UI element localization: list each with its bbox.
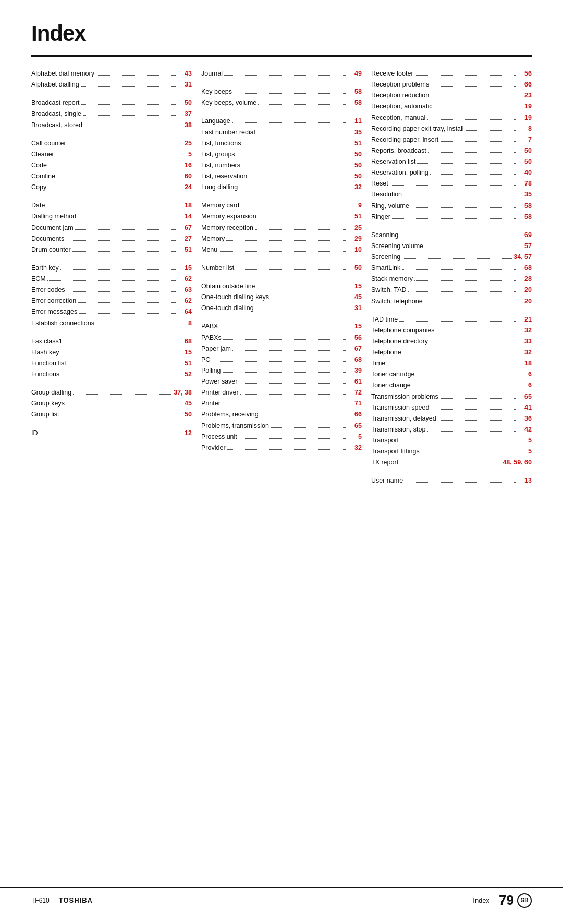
spacer (31, 329, 192, 337)
entry-label: Switch, TAD (371, 285, 407, 294)
entry-label: Problems, receiving (201, 410, 259, 419)
entry-page: 50 (347, 263, 362, 273)
entry-dots (271, 427, 346, 428)
entry-label: Telephone directory (371, 337, 428, 346)
entry-label: List, reservation (201, 171, 247, 181)
entry-page: 71 (347, 399, 362, 408)
entry-dots (46, 207, 176, 207)
entry-page: 28 (517, 274, 532, 284)
entry-label: Group list (31, 410, 59, 419)
entry-label: Document jam (31, 223, 74, 232)
list-item: Key beeps58 (201, 87, 362, 96)
entry-page: 5 (517, 436, 532, 445)
entry-label: Telephone companies (371, 326, 435, 335)
entry-dots (412, 387, 516, 387)
entry-dots (399, 321, 516, 322)
list-item: Flash key15 (31, 348, 192, 357)
list-item: ID12 (31, 428, 192, 438)
entry-dots (234, 93, 346, 94)
entry-page: 72 (347, 388, 362, 397)
entry-label: PABXs (201, 333, 222, 342)
entry-dots (405, 482, 516, 483)
list-item: List, reservation50 (201, 171, 362, 181)
list-item: Error messages64 (31, 307, 192, 316)
entry-page: 19 (517, 102, 532, 111)
list-item: Group keys45 (31, 399, 192, 408)
list-item: Paper jam67 (201, 344, 362, 353)
entry-dots (212, 361, 346, 362)
list-item: Alphabet dial memory43 (31, 69, 192, 78)
entry-label: Transmission, stop (371, 425, 425, 434)
footer-model: TF610 (31, 897, 50, 904)
entry-label: Ring, volume (371, 201, 409, 211)
entry-page: 78 (517, 179, 532, 188)
entry-page: 38 (177, 120, 192, 130)
entry-label: Drum counter (31, 245, 71, 254)
entry-page: 18 (177, 201, 192, 210)
entry-page: 50 (347, 161, 362, 170)
entry-page: 68 (517, 263, 532, 273)
entry-dots (387, 365, 516, 365)
entry-dots (68, 145, 176, 145)
list-item: Resolution35 (371, 190, 532, 199)
index-col-col2: Journal49Key beeps58Key beeps, volume58L… (201, 69, 371, 454)
list-item: Polling39 (201, 366, 362, 375)
entry-page: 18 (517, 359, 532, 368)
entry-dots (427, 119, 516, 120)
entry-dots (68, 365, 176, 365)
entry-dots (424, 303, 516, 303)
entry-dots (67, 291, 176, 292)
spacer (371, 223, 532, 230)
entry-dots (257, 134, 346, 134)
entry-dots (415, 75, 516, 76)
entry-page: 29 (347, 234, 362, 243)
entry-dots (431, 409, 516, 410)
list-item: Reset78 (371, 179, 532, 188)
list-item: Reservation list50 (371, 157, 532, 166)
entry-page: 39 (347, 366, 362, 375)
entry-page: 34, 57 (513, 252, 532, 262)
entry-label: Printer (201, 399, 221, 408)
entry-label: Obtain outside line (201, 281, 255, 291)
entry-page: 60 (177, 171, 192, 181)
entry-label: Time (371, 359, 385, 368)
entry-dots (430, 174, 516, 175)
entry-label: Key beeps (201, 87, 232, 96)
entry-dots (427, 431, 516, 432)
entry-dots (79, 313, 176, 314)
entry-page: 51 (347, 139, 362, 148)
entry-label: Reception, automatic (371, 102, 432, 111)
entry-page: 37 (177, 109, 192, 118)
list-item: Toner change6 (371, 380, 532, 390)
entry-dots (390, 185, 516, 186)
entry-page: 31 (347, 303, 362, 313)
entry-page: 6 (517, 380, 532, 390)
entry-label: Provider (201, 443, 226, 452)
entry-page: 58 (347, 98, 362, 107)
list-item: PABXs56 (201, 333, 362, 342)
entry-dots (239, 438, 346, 439)
entry-dots (466, 130, 516, 131)
list-item: Comline60 (31, 171, 192, 181)
entry-page: 50 (517, 146, 532, 155)
list-item: Receive footer56 (371, 69, 532, 78)
entry-page: 20 (517, 297, 532, 306)
entry-dots (411, 207, 516, 208)
list-item: Memory expansion51 (201, 212, 362, 221)
entry-page: 23 (517, 91, 532, 100)
entry-page: 11 (347, 116, 362, 126)
list-item: Broadcast, stored38 (31, 120, 192, 130)
entry-label: Toner change (371, 380, 411, 390)
list-item: Reception problems66 (371, 80, 532, 89)
entry-dots (421, 453, 516, 453)
entry-page: 68 (347, 355, 362, 364)
spacer (201, 256, 362, 263)
entry-label: Alphabet dial memory (31, 69, 94, 78)
list-item: Screening volume57 (371, 241, 532, 251)
entry-dots (236, 269, 346, 270)
entry-label: Documents (31, 234, 64, 243)
entry-dots (258, 104, 346, 105)
list-item: Menu10 (201, 245, 362, 254)
entry-label: Screening (371, 252, 400, 262)
entry-page: 25 (347, 223, 362, 232)
